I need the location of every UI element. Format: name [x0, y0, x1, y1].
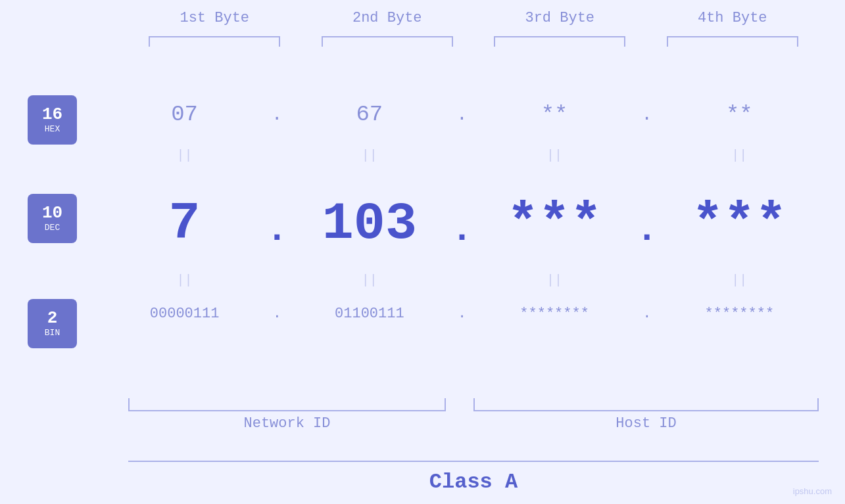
class-a-bar: Class A [128, 461, 819, 494]
dec-dot-1: . [264, 196, 290, 251]
byte-header-3: 3rd Byte [487, 10, 632, 26]
bin-val-4: ******** [660, 306, 819, 322]
badge-hex: 16 HEX [28, 95, 77, 145]
bin-val-2: 01100111 [290, 306, 448, 322]
eq-1-2: || [290, 148, 448, 163]
badge-dec: 10 DEC [28, 194, 77, 243]
dec-val-4: *** [660, 194, 819, 254]
byte-header-4: 4th Byte [660, 10, 805, 26]
hex-val-4: ** [660, 102, 819, 127]
dec-val-1: 7 [105, 194, 264, 254]
eq-row-2: || || || || [105, 273, 819, 288]
bottom-bracket-area: Network ID Host ID [128, 398, 819, 432]
bin-val-3: ******** [475, 306, 634, 322]
hex-dot-3: . [634, 104, 660, 125]
network-id-label: Network ID [128, 415, 446, 432]
badge-dec-name: DEC [45, 223, 60, 233]
bin-val-1: 00000111 [105, 306, 264, 322]
bin-dot-2: . [449, 306, 475, 322]
byte-header-2: 2nd Byte [315, 10, 460, 26]
eq-2-4: || [660, 273, 819, 288]
eq-1-1: || [105, 148, 264, 163]
page-wrapper: 1st Byte 2nd Byte 3rd Byte 4th Byte 16 H… [0, 0, 845, 504]
badge-bin-num: 2 [47, 309, 58, 327]
bin-value-row: 00000111 . 01100111 . ******** . *******… [105, 306, 819, 322]
eq-1-3: || [475, 148, 634, 163]
host-bracket [473, 398, 819, 411]
top-bracket-1 [149, 36, 280, 47]
dec-val-2: 103 [290, 194, 448, 254]
eq-2-1: || [105, 273, 264, 288]
badge-hex-name: HEX [45, 124, 60, 134]
host-id-label: Host ID [473, 415, 819, 432]
dec-value-row: 7 . 103 . *** . *** [105, 194, 819, 254]
dec-dot-2: . [449, 196, 475, 251]
top-bracket-4 [667, 36, 798, 47]
byte-header-1: 1st Byte [142, 10, 287, 26]
class-a-label: Class A [128, 461, 819, 494]
dec-val-3: *** [475, 194, 634, 254]
watermark: ipshu.com [793, 486, 832, 496]
badge-bin-name: BIN [45, 328, 60, 338]
hex-dot-2: . [449, 104, 475, 125]
top-bracket-3 [494, 36, 625, 47]
bin-dot-1: . [264, 306, 290, 322]
network-bracket [128, 398, 446, 411]
top-bracket-2 [322, 36, 453, 47]
hex-value-row: 07 . 67 . ** . ** [105, 102, 819, 127]
badge-hex-num: 16 [42, 106, 62, 123]
hex-val-2: 67 [290, 102, 448, 127]
eq-2-3: || [475, 273, 634, 288]
eq-1-4: || [660, 148, 819, 163]
eq-row-1: || || || || [105, 148, 819, 163]
hex-val-3: ** [475, 102, 634, 127]
bin-dot-3: . [634, 306, 660, 322]
dec-dot-3: . [634, 196, 660, 251]
hex-val-1: 07 [105, 102, 264, 127]
badge-bin: 2 BIN [28, 299, 77, 348]
hex-dot-1: . [264, 104, 290, 125]
top-bracket-area [128, 36, 819, 47]
byte-header-area: 1st Byte 2nd Byte 3rd Byte 4th Byte [128, 10, 819, 26]
badge-dec-num: 10 [42, 204, 62, 221]
eq-2-2: || [290, 273, 448, 288]
